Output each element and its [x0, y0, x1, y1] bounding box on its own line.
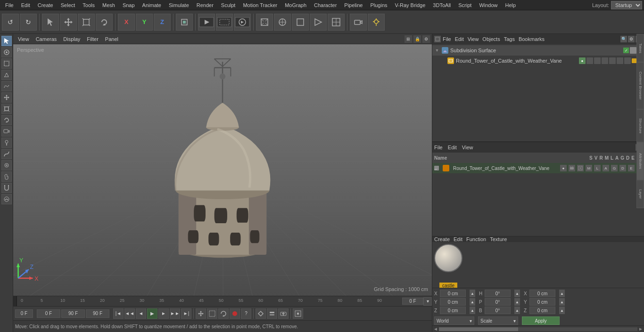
menu-motion-tracker[interactable]: Motion Tracker	[239, 1, 281, 9]
left-tool-brush[interactable]	[1, 160, 12, 170]
select-tool-button[interactable]	[42, 14, 59, 31]
menu-render[interactable]: Render	[193, 1, 217, 9]
timeline-frame-input[interactable]	[402, 298, 423, 305]
side-tab-structure[interactable]: Structure	[636, 109, 644, 142]
attr-menu-view[interactable]: View	[462, 145, 473, 150]
sz-arrow-up[interactable]: ▲	[559, 307, 565, 314]
menu-file[interactable]: File	[2, 1, 17, 9]
playback-end-frame-right[interactable]	[61, 309, 85, 318]
menu-mesh[interactable]: Mesh	[99, 1, 118, 9]
playback-select-icon[interactable]	[207, 308, 217, 319]
left-tool-rect-select[interactable]	[1, 58, 12, 69]
menu-script[interactable]: Script	[455, 1, 475, 9]
playback-go-end[interactable]: ►|	[181, 308, 191, 319]
menu-simulate[interactable]: Simulate	[165, 1, 192, 9]
y-position-input[interactable]	[440, 298, 466, 306]
viewport-settings-icon[interactable]: ⚙	[422, 35, 430, 43]
undo-button[interactable]: ↺	[2, 14, 19, 31]
attr-col-s[interactable]: ●	[560, 165, 567, 171]
attr-col-d[interactable]: D	[619, 165, 626, 171]
attr-col-m[interactable]: M	[586, 165, 592, 171]
perspective-view-button[interactable]	[256, 14, 273, 31]
playback-move-icon[interactable]	[196, 308, 206, 319]
sy-input[interactable]	[529, 298, 555, 306]
viewport-menu-filter[interactable]: Filter	[84, 35, 101, 43]
render-button[interactable]	[234, 14, 251, 31]
top-view-button[interactable]	[274, 14, 291, 31]
left-tool-spline[interactable]	[1, 149, 12, 159]
playback-next-key[interactable]: ►►	[170, 308, 180, 319]
left-tool-poly-select[interactable]	[1, 70, 12, 80]
scale-tool-button[interactable]	[78, 14, 95, 31]
p-arrow-up[interactable]: ▲	[514, 298, 520, 306]
menu-help[interactable]: Help	[502, 1, 520, 9]
left-tool-pointer[interactable]	[1, 36, 12, 46]
sy-arrow-up[interactable]: ▲	[559, 298, 565, 306]
x-axis-button[interactable]: X	[118, 14, 135, 31]
left-tool-paint[interactable]	[1, 138, 12, 148]
obj-visible-tower[interactable]: ●	[579, 57, 586, 64]
left-tool-camera[interactable]	[1, 126, 12, 137]
render-preview-button[interactable]	[198, 14, 215, 31]
attr-col-a[interactable]: A	[603, 165, 609, 171]
scroll-track[interactable]	[439, 327, 637, 331]
menu-edit[interactable]: Edit	[18, 1, 33, 9]
side-tab-layer[interactable]: Layer	[636, 180, 644, 208]
table-row[interactable]: ▼ Subdivision Surface ✓	[432, 45, 644, 56]
side-tab-takes[interactable]: Takes	[636, 34, 644, 62]
sx-input[interactable]	[529, 290, 555, 297]
viewport-menu-cameras[interactable]: Cameras	[33, 35, 60, 43]
mat-menu-create[interactable]: Create	[434, 236, 450, 242]
menu-vray[interactable]: V-Ray Bridge	[392, 1, 429, 9]
playback-go-start[interactable]: |◄	[113, 308, 124, 319]
playback-layer-icon[interactable]	[267, 308, 277, 319]
object-mode-button[interactable]	[176, 14, 193, 31]
playback-play[interactable]: ▶	[147, 308, 157, 319]
h-rotation-input[interactable]	[485, 290, 511, 297]
viewport-menu-panel[interactable]: Panel	[102, 35, 121, 43]
z-axis-button[interactable]: Z	[154, 14, 171, 31]
playback-help-icon[interactable]: ?	[241, 308, 251, 319]
sz-input[interactable]	[529, 307, 555, 314]
x-arrow-up[interactable]: ▲	[470, 290, 475, 297]
obj-menu-view[interactable]: View	[468, 36, 479, 42]
obj-menu-file[interactable]: File	[443, 36, 451, 42]
playback-prev-key[interactable]: ◄◄	[124, 308, 135, 319]
side-tab-content-browser[interactable]: Content Browser	[636, 62, 644, 109]
timeline-settings-icon[interactable]: ▾	[423, 297, 432, 306]
obj-menu-edit[interactable]: Edit	[455, 36, 464, 42]
attr-menu-file[interactable]: File	[434, 145, 443, 150]
sx-arrow-up[interactable]: ▲	[559, 290, 565, 297]
z-position-input[interactable]	[440, 307, 466, 314]
viewport-lock-icon[interactable]: 🔒	[413, 35, 421, 43]
attr-col-e[interactable]: E	[628, 165, 635, 171]
left-tool-move[interactable]	[1, 92, 12, 103]
attr-col-l[interactable]: L	[594, 165, 601, 171]
obj-menu-bookmarks[interactable]: Bookmarks	[519, 36, 545, 42]
menu-select[interactable]: Select	[58, 1, 79, 9]
playback-autokey-icon[interactable]	[278, 308, 289, 319]
attr-col-g[interactable]: G	[611, 165, 618, 171]
menu-snap[interactable]: Snap	[119, 1, 138, 9]
menu-3dtoall[interactable]: 3DToAll	[429, 1, 454, 9]
left-tool-sculpt[interactable]	[1, 194, 12, 204]
viewport-menu-view[interactable]: View	[15, 35, 32, 43]
table-row[interactable]: Round_Tower_of_Castle_with_Weather_Vane …	[432, 56, 644, 66]
right-view-button[interactable]	[310, 14, 327, 31]
menu-sculpt[interactable]: Sculpt	[218, 1, 239, 9]
playback-start-frame[interactable]	[15, 309, 33, 318]
attr-menu-edit[interactable]: Edit	[448, 145, 457, 150]
rotate-tool-button[interactable]	[96, 14, 113, 31]
render-region-button[interactable]	[216, 14, 233, 31]
p-rotation-input[interactable]	[485, 298, 511, 306]
attr-col-r[interactable]	[577, 165, 584, 171]
mat-menu-function[interactable]: Function	[466, 236, 486, 242]
playback-record-icon[interactable]	[230, 308, 240, 319]
obj-menu-objects[interactable]: Objects	[482, 36, 500, 42]
left-tool-live-select[interactable]	[1, 47, 12, 57]
obj-menu-tags[interactable]: Tags	[504, 36, 515, 42]
obj-visible-check[interactable]: ✓	[623, 48, 629, 53]
front-view-button[interactable]	[292, 14, 309, 31]
playback-loop-frame[interactable]	[86, 309, 109, 318]
mat-menu-texture[interactable]: Texture	[490, 236, 507, 242]
